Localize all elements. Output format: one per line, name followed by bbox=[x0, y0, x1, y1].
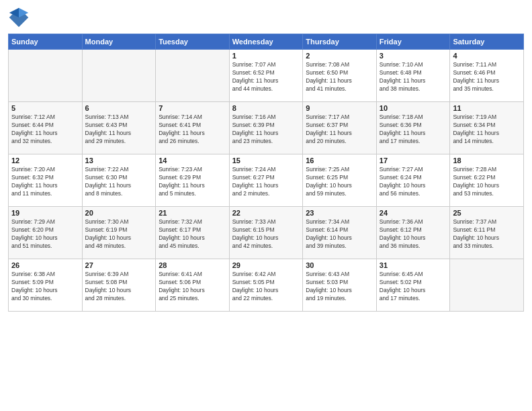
col-friday: Friday bbox=[376, 34, 450, 50]
day-number: 19 bbox=[11, 209, 79, 217]
day-cell: 19Sunrise: 7:29 AM Sunset: 6:20 PM Dayli… bbox=[9, 207, 83, 259]
day-info: Sunrise: 7:24 AM Sunset: 6:27 PM Dayligh… bbox=[232, 166, 300, 198]
day-number: 5 bbox=[11, 104, 79, 112]
day-info: Sunrise: 7:29 AM Sunset: 6:20 PM Dayligh… bbox=[11, 218, 79, 250]
col-wednesday: Wednesday bbox=[229, 34, 303, 50]
day-cell: 8Sunrise: 7:16 AM Sunset: 6:39 PM Daylig… bbox=[229, 102, 303, 154]
day-number: 25 bbox=[453, 209, 521, 217]
day-info: Sunrise: 7:14 AM Sunset: 6:41 PM Dayligh… bbox=[159, 113, 226, 146]
day-number: 13 bbox=[85, 156, 153, 165]
day-number: 1 bbox=[232, 52, 300, 60]
day-number: 9 bbox=[306, 104, 373, 112]
day-cell: 1Sunrise: 7:07 AM Sunset: 6:52 PM Daylig… bbox=[229, 50, 303, 102]
day-info: Sunrise: 7:27 AM Sunset: 6:24 PM Dayligh… bbox=[380, 166, 447, 198]
day-cell: 18Sunrise: 7:28 AM Sunset: 6:22 PM Dayli… bbox=[450, 154, 524, 207]
day-info: Sunrise: 7:20 AM Sunset: 6:32 PM Dayligh… bbox=[11, 166, 79, 198]
logo-icon bbox=[8, 7, 30, 28]
day-cell: 27Sunrise: 6:39 AM Sunset: 5:08 PM Dayli… bbox=[82, 259, 156, 312]
day-number: 21 bbox=[159, 209, 226, 217]
day-info: Sunrise: 7:36 AM Sunset: 6:12 PM Dayligh… bbox=[380, 218, 447, 250]
day-number: 27 bbox=[85, 261, 153, 269]
col-thursday: Thursday bbox=[303, 34, 377, 50]
day-number: 2 bbox=[306, 52, 373, 60]
day-info: Sunrise: 7:37 AM Sunset: 6:11 PM Dayligh… bbox=[453, 218, 521, 250]
day-number: 26 bbox=[11, 261, 79, 269]
day-cell: 23Sunrise: 7:34 AM Sunset: 6:14 PM Dayli… bbox=[303, 207, 377, 259]
day-number: 20 bbox=[85, 209, 153, 217]
day-number: 28 bbox=[159, 261, 226, 269]
day-number: 18 bbox=[453, 156, 521, 165]
day-cell: 12Sunrise: 7:20 AM Sunset: 6:32 PM Dayli… bbox=[9, 154, 83, 207]
week-row-0: 1Sunrise: 7:07 AM Sunset: 6:52 PM Daylig… bbox=[9, 50, 524, 102]
col-sunday: Sunday bbox=[9, 34, 83, 50]
day-cell: 2Sunrise: 7:08 AM Sunset: 6:50 PM Daylig… bbox=[303, 50, 377, 102]
day-cell: 6Sunrise: 7:13 AM Sunset: 6:43 PM Daylig… bbox=[82, 102, 156, 154]
day-number: 4 bbox=[453, 52, 521, 60]
week-row-3: 19Sunrise: 7:29 AM Sunset: 6:20 PM Dayli… bbox=[9, 207, 524, 259]
day-number: 3 bbox=[380, 52, 447, 60]
week-row-1: 5Sunrise: 7:12 AM Sunset: 6:44 PM Daylig… bbox=[9, 102, 524, 154]
day-cell: 28Sunrise: 6:41 AM Sunset: 5:06 PM Dayli… bbox=[156, 259, 230, 312]
day-info: Sunrise: 7:12 AM Sunset: 6:44 PM Dayligh… bbox=[11, 113, 79, 146]
day-info: Sunrise: 7:17 AM Sunset: 6:37 PM Dayligh… bbox=[306, 113, 373, 146]
day-info: Sunrise: 7:10 AM Sunset: 6:48 PM Dayligh… bbox=[380, 61, 447, 93]
day-number: 30 bbox=[306, 261, 373, 269]
day-cell: 16Sunrise: 7:25 AM Sunset: 6:25 PM Dayli… bbox=[303, 154, 377, 207]
day-info: Sunrise: 7:08 AM Sunset: 6:50 PM Dayligh… bbox=[306, 61, 373, 93]
day-cell: 21Sunrise: 7:32 AM Sunset: 6:17 PM Dayli… bbox=[156, 207, 230, 259]
col-saturday: Saturday bbox=[450, 34, 524, 50]
day-cell: 26Sunrise: 6:38 AM Sunset: 5:09 PM Dayli… bbox=[9, 259, 83, 312]
day-number: 29 bbox=[232, 261, 300, 269]
day-cell bbox=[156, 50, 230, 102]
day-number: 16 bbox=[306, 156, 373, 165]
week-row-2: 12Sunrise: 7:20 AM Sunset: 6:32 PM Dayli… bbox=[9, 154, 524, 207]
day-info: Sunrise: 7:25 AM Sunset: 6:25 PM Dayligh… bbox=[306, 166, 373, 198]
day-info: Sunrise: 7:34 AM Sunset: 6:14 PM Dayligh… bbox=[306, 218, 373, 250]
day-info: Sunrise: 7:16 AM Sunset: 6:39 PM Dayligh… bbox=[232, 113, 300, 146]
day-cell: 17Sunrise: 7:27 AM Sunset: 6:24 PM Dayli… bbox=[376, 154, 450, 207]
day-cell: 15Sunrise: 7:24 AM Sunset: 6:27 PM Dayli… bbox=[229, 154, 303, 207]
day-info: Sunrise: 7:18 AM Sunset: 6:36 PM Dayligh… bbox=[380, 113, 447, 146]
day-info: Sunrise: 7:13 AM Sunset: 6:43 PM Dayligh… bbox=[85, 113, 153, 146]
day-cell: 14Sunrise: 7:23 AM Sunset: 6:29 PM Dayli… bbox=[156, 154, 230, 207]
day-cell: 30Sunrise: 6:43 AM Sunset: 5:03 PM Dayli… bbox=[303, 259, 377, 312]
day-cell: 25Sunrise: 7:37 AM Sunset: 6:11 PM Dayli… bbox=[450, 207, 524, 259]
day-cell: 5Sunrise: 7:12 AM Sunset: 6:44 PM Daylig… bbox=[9, 102, 83, 154]
day-cell: 10Sunrise: 7:18 AM Sunset: 6:36 PM Dayli… bbox=[376, 102, 450, 154]
col-tuesday: Tuesday bbox=[156, 34, 230, 50]
logo bbox=[8, 7, 32, 28]
day-info: Sunrise: 6:41 AM Sunset: 5:06 PM Dayligh… bbox=[159, 271, 226, 303]
day-info: Sunrise: 7:19 AM Sunset: 6:34 PM Dayligh… bbox=[453, 113, 521, 146]
day-number: 31 bbox=[380, 261, 447, 269]
day-info: Sunrise: 7:22 AM Sunset: 6:30 PM Dayligh… bbox=[85, 166, 153, 198]
day-info: Sunrise: 6:42 AM Sunset: 5:05 PM Dayligh… bbox=[232, 271, 300, 303]
day-number: 17 bbox=[380, 156, 447, 165]
day-cell bbox=[82, 50, 156, 102]
day-number: 23 bbox=[306, 209, 373, 217]
day-info: Sunrise: 7:32 AM Sunset: 6:17 PM Dayligh… bbox=[159, 218, 226, 250]
day-cell: 4Sunrise: 7:11 AM Sunset: 6:46 PM Daylig… bbox=[450, 50, 524, 102]
day-cell: 9Sunrise: 7:17 AM Sunset: 6:37 PM Daylig… bbox=[303, 102, 377, 154]
day-info: Sunrise: 7:30 AM Sunset: 6:19 PM Dayligh… bbox=[85, 218, 153, 250]
day-cell: 31Sunrise: 6:45 AM Sunset: 5:02 PM Dayli… bbox=[376, 259, 450, 312]
col-monday: Monday bbox=[82, 34, 156, 50]
day-info: Sunrise: 6:43 AM Sunset: 5:03 PM Dayligh… bbox=[306, 271, 373, 303]
day-number: 14 bbox=[159, 156, 226, 165]
day-number: 12 bbox=[11, 156, 79, 165]
day-cell: 11Sunrise: 7:19 AM Sunset: 6:34 PM Dayli… bbox=[450, 102, 524, 154]
day-cell: 29Sunrise: 6:42 AM Sunset: 5:05 PM Dayli… bbox=[229, 259, 303, 312]
day-info: Sunrise: 7:28 AM Sunset: 6:22 PM Dayligh… bbox=[453, 166, 521, 198]
day-info: Sunrise: 7:07 AM Sunset: 6:52 PM Dayligh… bbox=[232, 61, 300, 93]
day-number: 15 bbox=[232, 156, 300, 165]
day-number: 6 bbox=[85, 104, 153, 112]
calendar-table: SundayMondayTuesdayWednesdayThursdayFrid… bbox=[8, 34, 524, 312]
day-cell: 7Sunrise: 7:14 AM Sunset: 6:41 PM Daylig… bbox=[156, 102, 230, 154]
day-cell: 22Sunrise: 7:33 AM Sunset: 6:15 PM Dayli… bbox=[229, 207, 303, 259]
day-cell: 24Sunrise: 7:36 AM Sunset: 6:12 PM Dayli… bbox=[376, 207, 450, 259]
day-info: Sunrise: 7:11 AM Sunset: 6:46 PM Dayligh… bbox=[453, 61, 521, 93]
day-info: Sunrise: 6:45 AM Sunset: 5:02 PM Dayligh… bbox=[380, 271, 447, 303]
day-info: Sunrise: 6:38 AM Sunset: 5:09 PM Dayligh… bbox=[11, 271, 79, 303]
day-info: Sunrise: 7:33 AM Sunset: 6:15 PM Dayligh… bbox=[232, 218, 300, 250]
day-number: 10 bbox=[380, 104, 447, 112]
week-row-4: 26Sunrise: 6:38 AM Sunset: 5:09 PM Dayli… bbox=[9, 259, 524, 312]
